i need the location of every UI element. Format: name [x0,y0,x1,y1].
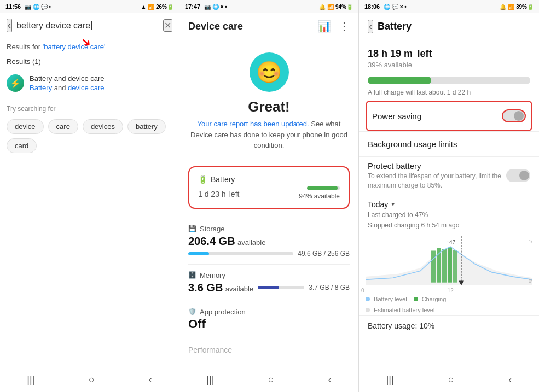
result-secondary-text: Battery and device care [30,84,105,92]
stopped-charging-text: Stopped charging 6 h 54 m ago [368,220,530,231]
today-dropdown-arrow[interactable]: ▼ [390,201,396,207]
signal-2: 🔔 📶 94%🔋 [319,4,353,10]
battery-avail-text: 94% available [299,192,340,200]
protect-header: Protect battery To extend the lifespan o… [368,161,530,190]
status-icons-3: 🌐 💬 × • [384,4,407,10]
memory-bar-fraction-row: 3.6 GB available 3.7 GB / 8 GB [188,282,350,294]
panel2-icons: 📊 ⋮ [317,20,350,33]
memory-label: Memory [200,271,225,279]
try-searching-label: Try searching for [0,96,179,117]
nav-recent-3[interactable]: ||| [386,374,394,385]
battery-chart-svg: ↑47 100 0% [366,236,532,285]
device-care-link[interactable]: device care [68,84,104,92]
chips-row: device care devices battery [0,117,179,136]
battery-usage-row[interactable]: Battery usage: 10% [359,315,539,336]
battery-card-header: 🔋 Battery [198,175,340,184]
power-saving-row[interactable]: Power saving [366,101,532,131]
last-charged-text: Last charged to 47% [368,210,530,220]
result-text-block: Battery and device care Battery and devi… [30,74,105,92]
battery-card-body: 1 d 23 h left 94% available [198,186,340,200]
status-icons-2: 📷 🌐 × • [204,4,227,10]
nav-home-3[interactable]: ○ [448,374,454,385]
protect-text-block: Protect battery To extend the lifespan o… [368,161,506,190]
search-back-button[interactable]: ‹ [7,19,12,32]
protect-battery-section[interactable]: Protect battery To extend the lifespan o… [359,156,539,195]
performance-card[interactable]: Performance [188,338,350,361]
memory-bar-fill [258,286,279,289]
nav-home-2[interactable]: ○ [268,374,274,385]
today-row[interactable]: Today ▼ [368,200,530,209]
full-charge-text: A full charge will last about 1 d 22 h [359,87,539,101]
storage-value: 206.4 GB [188,235,235,247]
panel2-title: Device care [188,21,243,32]
peak-label: ↑47 [447,239,455,245]
results-for-link[interactable]: 'battery device care' [43,43,106,51]
protect-toggle[interactable] [506,169,530,182]
hero-subtitle: Your care report has been updated. See w… [188,119,350,151]
battery-available-text: 39% available [368,61,530,69]
today-section: Today ▼ Last charged to 47% Stopped char… [359,195,539,233]
status-bar-2: 17:47 📷 🌐 × • 🔔 📶 94%🔋 [179,0,358,13]
y-min-label: 0% [529,278,532,283]
nav-back-1[interactable]: ‹ [149,374,152,385]
hero-subtitle-highlight: Your care report has been updated. [198,120,309,128]
search-clear-button[interactable]: ✕ [163,19,172,32]
panel-battery: 18:06 🌐 💬 × • 🔔 📶 39%🔋 ‹ Battery 18 h 19… [359,0,539,392]
chip-battery[interactable]: battery [127,119,166,134]
memory-card[interactable]: 🗄️ Memory 3.6 GB available 3.7 GB / 8 GB [188,264,350,301]
today-label: Today [368,200,388,209]
battery-time-display: 1 d 23 h left [198,186,239,200]
nav-bar-1: ||| ○ ‹ [0,367,179,392]
more-icon[interactable]: ⋮ [339,20,350,33]
battery-card[interactable]: 🔋 Battery 1 d 23 h left 94% available [188,166,350,209]
battery-mini-bar [307,186,340,190]
app-protection-card[interactable]: 🛡️ App protection Off [188,301,350,338]
legend-charging-dot [414,297,418,301]
nav-recent-1[interactable]: ||| [27,374,34,385]
search-input-text[interactable]: bettery device care [16,21,90,30]
panel3-header: ‹ Battery [359,13,539,40]
status-left-3: 18:06 🌐 💬 × • [364,3,407,10]
storage-card[interactable]: 💾 Storage 206.4 GB available 49.6 GB / 2… [188,218,350,264]
chart-legend: Battery level Charging [359,294,539,305]
battery-progress-bar [368,77,530,84]
memory-bar-outer [258,286,304,289]
storage-bar-outer [188,252,293,255]
storage-value-block: 206.4 GB available [188,235,265,248]
legend-battery: Battery level [366,296,407,302]
panel-device-care: 17:47 📷 🌐 × • 🔔 📶 94%🔋 Device care 📊 ⋮ 😊… [179,0,359,392]
battery-link[interactable]: Battery [30,84,52,92]
search-cursor [91,21,92,30]
nav-back-2[interactable]: ‹ [328,374,332,385]
time-2: 17:47 [185,3,200,10]
search-input-area: bettery device care [16,21,159,31]
charge-bar-1 [431,250,436,282]
charge-bar-4 [448,247,452,283]
charge-bar-3 [442,249,447,282]
storage-label: Storage [200,225,225,233]
chips-row-2: card [0,136,179,155]
chip-care[interactable]: care [48,119,78,134]
device-care-hero: 😊 Great! Your care report has been updat… [179,39,358,157]
search-result-item[interactable]: ⚡ Battery and device care Battery and de… [0,70,179,96]
memory-fraction: 3.7 GB / 8 GB [309,284,350,291]
toggle-thumb [514,111,524,121]
results-for-prefix: Results for [7,43,43,51]
protect-toggle-thumb [519,171,529,180]
status-right-2: 🔔 📶 94%🔋 [319,4,353,10]
nav-home-1[interactable]: ○ [89,374,95,385]
storage-bar-fraction-row: 49.6 GB / 256 GB [188,250,350,258]
status-right-1: ▲ 📶 26%🔋 [141,4,173,10]
chip-card[interactable]: card [7,138,37,153]
background-usage-row[interactable]: Background usage limits [359,131,539,156]
power-saving-toggle[interactable] [502,109,526,122]
storage-bar-fill [188,252,209,255]
chart-icon[interactable]: 📊 [317,20,331,33]
chip-device[interactable]: device [7,119,44,134]
battery-back-button[interactable]: ‹ [368,20,373,33]
nav-recent-2[interactable]: ||| [206,374,214,385]
today-sub-info: Last charged to 47% Stopped charging 6 h… [368,210,530,231]
nav-back-3[interactable]: ‹ [508,374,512,385]
chip-devices[interactable]: devices [83,119,123,134]
storage-label-row: 💾 Storage [188,225,350,233]
